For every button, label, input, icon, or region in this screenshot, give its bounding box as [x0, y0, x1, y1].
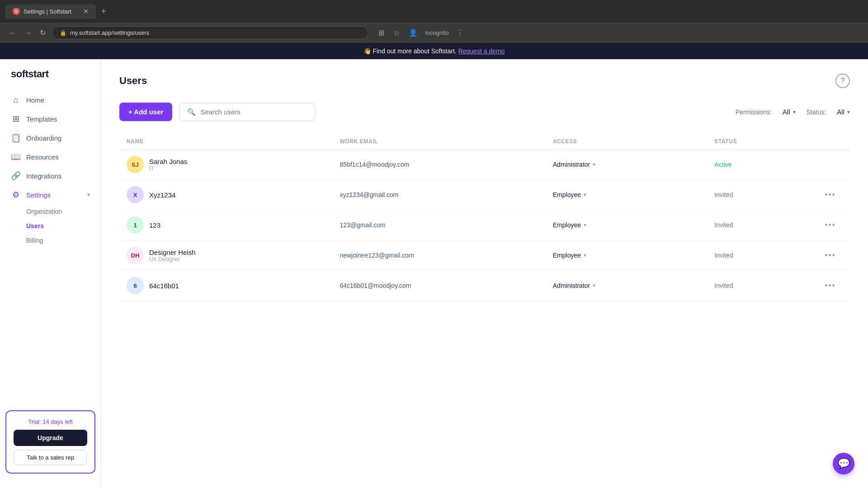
- user-details: Xyz1234: [149, 191, 175, 199]
- chat-button[interactable]: 💬: [833, 453, 854, 474]
- new-tab-button[interactable]: +: [101, 7, 106, 16]
- status-badge: Invited: [714, 221, 817, 229]
- sidebar-item-label: Templates: [26, 115, 57, 123]
- filters: Permissions: All ▾ Status: All ▾: [736, 108, 850, 116]
- status-badge: Invited: [714, 191, 817, 198]
- refresh-button[interactable]: ↻: [38, 27, 47, 39]
- row-more-button[interactable]: •••: [825, 281, 843, 291]
- access-chevron-icon[interactable]: ▾: [584, 252, 586, 258]
- status-filter[interactable]: All ▾: [837, 108, 850, 116]
- talk-to-sales-button[interactable]: Talk to a sales rep: [14, 450, 87, 465]
- sidebar-item-label: Resources: [26, 153, 59, 161]
- permissions-filter[interactable]: All ▾: [783, 108, 796, 116]
- address-bar[interactable]: 🔒 my.softstart.app/settings/users: [52, 26, 368, 39]
- user-access: Administrator ▾: [553, 282, 708, 289]
- table-row[interactable]: X Xyz1234 xyz1234@gmail.com Employee ▾ I…: [119, 180, 850, 210]
- row-more-button[interactable]: •••: [825, 251, 843, 260]
- help-button[interactable]: ?: [835, 74, 850, 88]
- browser-chrome: S Settings | Softstart ✕ +: [0, 0, 868, 23]
- user-name: 123: [149, 221, 160, 229]
- browser-tab[interactable]: S Settings | Softstart ✕: [5, 4, 96, 19]
- col-header-name: NAME: [127, 138, 332, 145]
- col-header-actions: [825, 138, 843, 145]
- user-email: 64c16b01@moodjoy.com: [340, 282, 545, 289]
- user-access: Employee ▾: [553, 221, 708, 229]
- col-header-email: WORK EMAIL: [340, 138, 545, 145]
- settings-submenu: Organization Users Billing: [0, 204, 101, 248]
- sidebar-item-templates[interactable]: ⊞ Templates: [0, 109, 101, 128]
- user-info: 6 64c16b01: [127, 277, 332, 294]
- home-icon: ⌂: [11, 95, 21, 105]
- avatar: DH: [127, 247, 144, 264]
- table-row[interactable]: 1 123 123@gmail.com Employee ▾ Invited •…: [119, 210, 850, 240]
- user-email: xyz1234@gmail.com: [340, 191, 545, 198]
- row-more-button[interactable]: •••: [825, 221, 843, 230]
- url-text: my.softstart.app/settings/users: [70, 29, 149, 36]
- tab-close-button[interactable]: ✕: [83, 8, 89, 15]
- sidebar: softstart ⌂ Home ⊞ Templates 📋 Onboardin…: [0, 59, 101, 488]
- sidebar-item-label: Home: [26, 96, 44, 104]
- back-button[interactable]: ←: [7, 27, 18, 39]
- add-user-button[interactable]: + Add user: [119, 103, 172, 121]
- user-info: DH Designer Heish UX Designer: [127, 247, 332, 264]
- trial-text: Trial: 14 days left: [14, 418, 87, 425]
- submenu-item-users[interactable]: Users: [26, 219, 101, 233]
- status-label: Status:: [807, 108, 826, 116]
- toolbar: + Add user 🔍 Permissions: All ▾ Status: …: [119, 103, 850, 121]
- user-dept: IT: [149, 165, 187, 172]
- main-content: Users ? + Add user 🔍 Permissions: All ▾ …: [101, 59, 868, 488]
- access-chevron-icon[interactable]: ▾: [584, 192, 586, 198]
- bookmark-button[interactable]: ☆: [392, 27, 401, 39]
- access-chevron-icon[interactable]: ▾: [593, 161, 595, 168]
- user-access: Employee ▾: [553, 252, 708, 259]
- user-details: 123: [149, 221, 160, 229]
- demo-link[interactable]: Request a demo: [458, 47, 505, 55]
- row-more-button[interactable]: •••: [825, 190, 843, 200]
- user-details: 64c16b01: [149, 282, 179, 290]
- settings-icon: ⚙: [11, 190, 21, 200]
- menu-button[interactable]: ⋮: [454, 27, 465, 39]
- user-name: Sarah Jonas: [149, 158, 187, 165]
- sidebar-item-settings[interactable]: ⚙ Settings ▾: [0, 185, 101, 204]
- sidebar-item-label: Settings: [26, 191, 51, 199]
- promo-banner: 👋 Find out more about Softstart. Request…: [0, 43, 868, 59]
- settings-chevron-icon: ▾: [87, 192, 90, 198]
- submenu-item-billing[interactable]: Billing: [26, 233, 101, 248]
- search-input[interactable]: [200, 108, 300, 116]
- onboarding-icon: 📋: [11, 133, 21, 143]
- avatar: 6: [127, 277, 144, 294]
- sidebar-item-integrations[interactable]: 🔗 Integrations: [0, 166, 101, 185]
- access-value: Employee: [553, 252, 581, 259]
- table-row[interactable]: 6 64c16b01 64c16b01@moodjoy.com Administ…: [119, 271, 850, 301]
- access-chevron-icon[interactable]: ▾: [593, 282, 595, 289]
- sidebar-item-resources[interactable]: 📖 Resources: [0, 147, 101, 166]
- user-details: Designer Heish UX Designer: [149, 249, 196, 263]
- browser-actions: ⊞ ☆ 👤 Incognito ⋮: [377, 27, 465, 39]
- users-table: NAME WORK EMAIL ACCESS STATUS SJ Sarah J…: [119, 134, 850, 301]
- integrations-icon: 🔗: [11, 171, 21, 181]
- access-chevron-icon[interactable]: ▾: [584, 222, 586, 228]
- table-row[interactable]: DH Designer Heish UX Designer newjoinee1…: [119, 240, 850, 271]
- extensions-button[interactable]: ⊞: [377, 27, 386, 39]
- sidebar-item-label: Onboarding: [26, 134, 61, 142]
- forward-button[interactable]: →: [23, 27, 33, 39]
- browser-controls: ← → ↻ 🔒 my.softstart.app/settings/users …: [0, 23, 868, 43]
- sidebar-item-onboarding[interactable]: 📋 Onboarding: [0, 128, 101, 147]
- user-info: 1 123: [127, 216, 332, 234]
- submenu-item-organization[interactable]: Organization: [26, 204, 101, 219]
- sidebar-nav: ⌂ Home ⊞ Templates 📋 Onboarding 📖 Resour…: [0, 91, 101, 405]
- user-access: Administrator ▾: [553, 161, 708, 168]
- upgrade-button[interactable]: Upgrade: [14, 430, 87, 446]
- profile-button[interactable]: 👤: [407, 27, 420, 39]
- user-email: 123@gmail.com: [340, 221, 545, 229]
- col-header-access: ACCESS: [553, 138, 708, 145]
- user-info: X Xyz1234: [127, 186, 332, 203]
- search-box: 🔍: [179, 103, 315, 121]
- status-badge: Invited: [714, 252, 817, 259]
- page-header: Users ?: [119, 74, 850, 88]
- banner-text: 👋 Find out more about Softstart.: [363, 47, 457, 55]
- user-info: SJ Sarah Jonas IT: [127, 156, 332, 173]
- sidebar-item-home[interactable]: ⌂ Home: [0, 91, 101, 109]
- table-row[interactable]: SJ Sarah Jonas IT 85bf1c14@moodjoy.com A…: [119, 150, 850, 180]
- tab-favicon: S: [13, 8, 20, 15]
